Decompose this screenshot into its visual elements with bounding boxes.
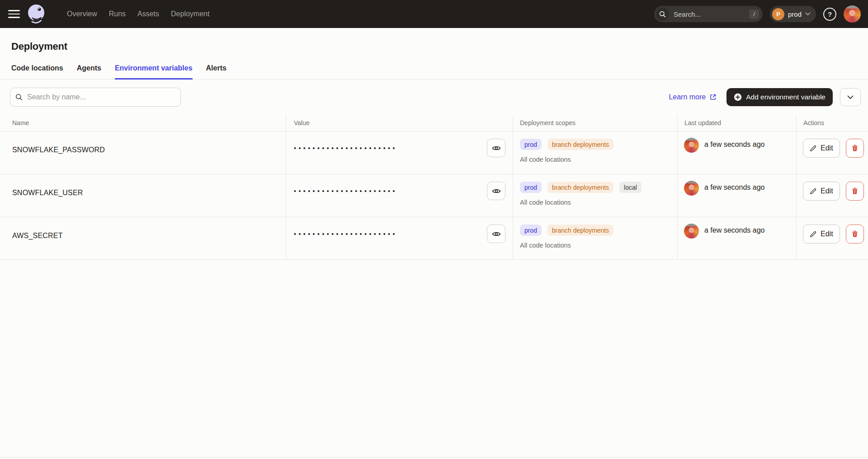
edit-button-label: Edit <box>821 144 833 152</box>
tab-bar: Code locations Agents Environment variab… <box>0 64 868 80</box>
deployment-name: prod <box>788 10 802 18</box>
column-header-last-updated: Last updated <box>678 115 797 131</box>
learn-more-label: Learn more <box>669 93 706 101</box>
trash-icon <box>851 145 859 152</box>
tab-agents[interactable]: Agents <box>77 64 101 79</box>
code-locations-text: All code locations <box>520 199 673 206</box>
window-bottom-divider <box>0 457 868 458</box>
search-icon <box>656 8 669 21</box>
edit-button[interactable]: Edit <box>803 225 840 244</box>
last-updated-text: a few seconds ago <box>704 183 764 192</box>
code-locations-text: All code locations <box>520 156 673 163</box>
trash-icon <box>851 230 859 238</box>
scope-badge-prod: prod <box>520 182 542 193</box>
env-var-name: SNOWFLAKE_PASSWORD <box>0 131 286 174</box>
help-icon[interactable]: ? <box>823 8 836 21</box>
nav-item-deployment[interactable]: Deployment <box>171 10 209 18</box>
scope-badge-prod: prod <box>520 225 542 236</box>
tab-alerts[interactable]: Alerts <box>206 64 226 79</box>
dagster-logo-icon[interactable] <box>26 3 46 25</box>
search-by-name-input[interactable] <box>10 88 181 107</box>
tab-environment-variables[interactable]: Environment variables <box>115 64 193 79</box>
add-environment-variable-label: Add environment variable <box>746 93 826 101</box>
global-search-input[interactable]: Search... / <box>654 6 763 22</box>
plus-icon <box>734 93 742 101</box>
search-icon <box>15 94 23 101</box>
deployment-switcher[interactable]: P prod <box>770 6 816 22</box>
search-shortcut-key: / <box>749 9 759 19</box>
column-header-value: Value <box>286 115 513 131</box>
avatar <box>684 224 699 239</box>
nav-right-group: Search... / P prod ? <box>654 5 861 23</box>
octopus-icon <box>26 3 46 25</box>
pencil-icon <box>810 231 816 238</box>
nav-item-runs[interactable]: Runs <box>109 10 126 18</box>
last-updated-text: a few seconds ago <box>704 141 764 149</box>
scope-badge-prod: prod <box>520 139 542 150</box>
trash-icon <box>851 187 859 195</box>
learn-more-link[interactable]: Learn more <box>669 93 717 101</box>
code-locations-text: All code locations <box>520 242 673 249</box>
nav-item-overview[interactable]: Overview <box>67 10 97 18</box>
add-environment-variable-button[interactable]: Add environment variable <box>726 88 833 106</box>
chevron-down-icon <box>847 95 854 99</box>
top-nav: Overview Runs Assets Deployment Search..… <box>0 0 868 28</box>
pencil-icon <box>810 188 816 195</box>
edit-button[interactable]: Edit <box>803 139 840 158</box>
reveal-value-button[interactable] <box>487 225 505 243</box>
page-title: Deployment <box>0 28 868 52</box>
global-search-placeholder: Search... <box>674 10 745 18</box>
search-by-name-box <box>10 88 181 107</box>
scope-badge-local: local <box>619 182 642 193</box>
menu-icon[interactable] <box>8 10 20 18</box>
env-vars-table: Name Value Deployment scopes Last update… <box>0 115 868 260</box>
env-var-name: SNOWFLAKE_USER <box>0 174 286 217</box>
tab-code-locations[interactable]: Code locations <box>11 64 63 79</box>
last-updated-text: a few seconds ago <box>704 226 764 234</box>
pencil-icon <box>810 145 816 152</box>
column-header-actions: Actions <box>797 115 868 131</box>
user-avatar[interactable] <box>844 5 861 23</box>
delete-button[interactable] <box>846 139 864 158</box>
masked-value: •••••••••••••••••••••• <box>294 144 397 153</box>
nav-item-assets[interactable]: Assets <box>137 10 159 18</box>
column-header-name: Name <box>0 115 286 131</box>
eye-icon <box>492 231 501 237</box>
delete-button[interactable] <box>846 182 864 201</box>
scope-badge-branch-deployments: branch deployments <box>547 182 613 193</box>
edit-button-label: Edit <box>821 230 833 238</box>
eye-icon <box>492 145 501 151</box>
scope-badge-branch-deployments: branch deployments <box>547 139 613 150</box>
table-header-row: Name Value Deployment scopes Last update… <box>0 115 868 131</box>
external-link-icon <box>709 94 717 101</box>
column-header-deployment-scopes: Deployment scopes <box>513 115 678 131</box>
table-row: SNOWFLAKE_USER •••••••••••••••••••••• pr… <box>0 174 868 217</box>
masked-value: •••••••••••••••••••••• <box>294 187 397 196</box>
chevron-down-icon <box>805 12 811 16</box>
reveal-value-button[interactable] <box>487 139 505 157</box>
primary-nav: Overview Runs Assets Deployment <box>67 10 209 18</box>
more-options-button[interactable] <box>840 88 861 106</box>
env-vars-toolbar: Learn more Add environment variable <box>0 80 868 115</box>
table-row: SNOWFLAKE_PASSWORD •••••••••••••••••••••… <box>0 131 868 174</box>
delete-button[interactable] <box>846 225 864 244</box>
edit-button[interactable]: Edit <box>803 182 840 201</box>
avatar <box>684 138 699 153</box>
table-row: AWS_SECRET •••••••••••••••••••••• prod b… <box>0 217 868 260</box>
eye-icon <box>492 188 501 194</box>
edit-button-label: Edit <box>821 187 833 195</box>
deployment-avatar: P <box>772 8 784 20</box>
env-var-name: AWS_SECRET <box>0 217 286 259</box>
scope-badge-branch-deployments: branch deployments <box>547 225 613 236</box>
reveal-value-button[interactable] <box>487 182 505 200</box>
avatar <box>684 181 699 196</box>
masked-value: •••••••••••••••••••••• <box>294 230 397 239</box>
